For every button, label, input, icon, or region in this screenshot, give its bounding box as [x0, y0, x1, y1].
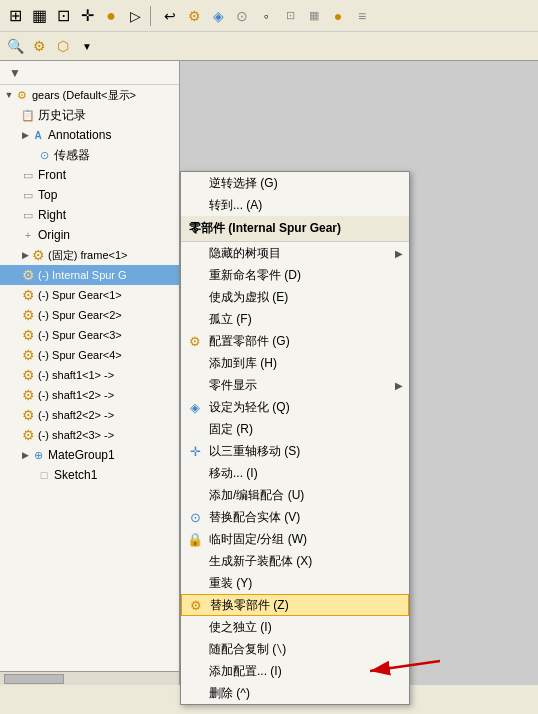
- menu-item-temp-fix[interactable]: 🔒 临时固定/分组 (W): [181, 528, 409, 550]
- copy-mate-label: 随配合复制 (∖): [209, 641, 286, 658]
- toolbar-icon-r1[interactable]: ↩: [159, 5, 181, 27]
- tree-item-mategroup[interactable]: ▶ ⊕ MateGroup1: [0, 445, 179, 465]
- spur4-label: (-) Spur Gear<4>: [38, 349, 122, 361]
- toolbar-icon-s4[interactable]: ▼: [76, 35, 98, 57]
- root-icon: ⚙: [14, 87, 30, 103]
- menu-item-replace-part[interactable]: ⚙ 替换零部件 (Z): [181, 594, 409, 616]
- tree-item-spur2[interactable]: ⚙ (-) Spur Gear<2>: [0, 305, 179, 325]
- toolbar-area: ⊞ ▦ ⊡ ✛ ● ▷ ↩ ⚙ ◈ ⊙ ◦ ⊡ ▦ ● ≡ 🔍 ⚙ ⬡: [0, 0, 538, 61]
- tree-item-shaft1a[interactable]: ⚙ (-) shaft1<1> ->: [0, 365, 179, 385]
- toolbar-icon-r6[interactable]: ⊡: [279, 5, 301, 27]
- context-menu: 逆转选择 (G) 转到... (A) 零部件 (Internal Spur Ge…: [180, 171, 410, 705]
- shaft1b-label: (-) shaft1<2> ->: [38, 389, 114, 401]
- toolbar-icon-s3[interactable]: ⬡: [52, 35, 74, 57]
- front-icon: ▭: [20, 167, 36, 183]
- annotations-label: Annotations: [48, 128, 111, 142]
- history-label: 历史记录: [38, 107, 86, 124]
- tree-item-origin[interactable]: + Origin: [0, 225, 179, 245]
- toolbar-icon-r2[interactable]: ⚙: [183, 5, 205, 27]
- tree-area: ▼ ⚙ gears (Default<显示> 📋 历史记录 ▶ A Annota…: [0, 85, 179, 685]
- menu-item-reload[interactable]: 重装 (Y): [181, 572, 409, 594]
- menu-item-replace-mate[interactable]: ⊙ 替换配合实体 (V): [181, 506, 409, 528]
- sketch1-label: Sketch1: [54, 468, 97, 482]
- toolbar-icon-r7[interactable]: ▦: [303, 5, 325, 27]
- history-icon: 📋: [20, 107, 36, 123]
- tree-item-sensor[interactable]: ⊙ 传感器: [0, 145, 179, 165]
- menu-item-add-config[interactable]: 添加配置... (I): [181, 660, 409, 682]
- toolbar-icon-r4[interactable]: ⊙: [231, 5, 253, 27]
- menu-item-move[interactable]: 移动... (I): [181, 462, 409, 484]
- menu-item-fix[interactable]: 固定 (R): [181, 418, 409, 440]
- tree-item-spur3[interactable]: ⚙ (-) Spur Gear<3>: [0, 325, 179, 345]
- toolbar-icon-tree[interactable]: ⊞: [4, 5, 26, 27]
- menu-item-goto[interactable]: 转到... (A): [181, 194, 409, 216]
- tree-root[interactable]: ▼ ⚙ gears (Default<显示>: [0, 85, 179, 105]
- bottom-scrollbar[interactable]: [0, 671, 179, 685]
- menu-item-delete[interactable]: 删除 (^): [181, 682, 409, 704]
- shaft2a-icon: ⚙: [20, 407, 36, 423]
- toolbar-icon-circle[interactable]: ●: [100, 5, 122, 27]
- right-plane-icon: ▭: [20, 207, 36, 223]
- shaft2b-label: (-) shaft2<3> ->: [38, 429, 114, 441]
- menu-item-rename[interactable]: 重新命名零件 (D): [181, 264, 409, 286]
- shaft2b-icon: ⚙: [20, 427, 36, 443]
- sensor-label: 传感器: [54, 147, 90, 164]
- toolbar-icon-config[interactable]: ⊡: [52, 5, 74, 27]
- menu-item-isolate[interactable]: 孤立 (F): [181, 308, 409, 330]
- temp-fix-label: 临时固定/分组 (W): [209, 531, 307, 548]
- replace-mate-label: 替换配合实体 (V): [209, 509, 300, 526]
- tree-item-spur1[interactable]: ⚙ (-) Spur Gear<1>: [0, 285, 179, 305]
- menu-item-hidden-tree[interactable]: 隐藏的树项目 ▶: [181, 242, 409, 264]
- replace-part-icon: ⚙: [186, 595, 206, 615]
- triad-icon: ✛: [185, 441, 205, 461]
- tree-item-top[interactable]: ▭ Top: [0, 185, 179, 205]
- fix-label: 固定 (R): [209, 421, 253, 438]
- menu-item-new-subassembly[interactable]: 生成新子装配体 (X): [181, 550, 409, 572]
- toolbar-icon-s1[interactable]: 🔍: [4, 35, 26, 57]
- menu-item-add-mate[interactable]: 添加/编辑配合 (U): [181, 484, 409, 506]
- toolbar-sep1: [150, 6, 151, 26]
- filter-icon[interactable]: ▼: [4, 62, 26, 84]
- menu-item-configure[interactable]: ⚙ 配置零部件 (G): [181, 330, 409, 352]
- tree-item-shaft1b[interactable]: ⚙ (-) shaft1<2> ->: [0, 385, 179, 405]
- tree-item-annotations[interactable]: ▶ A Annotations: [0, 125, 179, 145]
- toolbar-icon-plus[interactable]: ✛: [76, 5, 98, 27]
- spur1-icon: ⚙: [20, 287, 36, 303]
- top-icon: ▭: [20, 187, 36, 203]
- menu-item-lighten[interactable]: ◈ 设定为轻化 (Q): [181, 396, 409, 418]
- tree-item-spur4[interactable]: ⚙ (-) Spur Gear<4>: [0, 345, 179, 365]
- internal-spur-label: (-) Internal Spur G: [38, 269, 127, 281]
- tree-item-sketch1[interactable]: □ Sketch1: [0, 465, 179, 485]
- toolbar-icon-r3[interactable]: ◈: [207, 5, 229, 27]
- tree-item-front[interactable]: ▭ Front: [0, 165, 179, 185]
- shaft1a-icon: ⚙: [20, 367, 36, 383]
- menu-item-part-display[interactable]: 零件显示 ▶: [181, 374, 409, 396]
- menu-item-reverse-select[interactable]: 逆转选择 (G): [181, 172, 409, 194]
- frame-label: (固定) frame<1>: [48, 248, 127, 263]
- toolbar-icon-props[interactable]: ▦: [28, 5, 50, 27]
- toolbar-icon-more[interactable]: ▷: [124, 5, 146, 27]
- frame-arrow: ▶: [20, 250, 30, 260]
- tree-item-internal-spur[interactable]: ⚙ (-) Internal Spur G: [0, 265, 179, 285]
- rename-label: 重新命名零件 (D): [209, 267, 301, 284]
- menu-item-virtual[interactable]: 使成为虚拟 (E): [181, 286, 409, 308]
- toolbar-icon-s2[interactable]: ⚙: [28, 35, 50, 57]
- menu-item-move-triad[interactable]: ✛ 以三重轴移动 (S): [181, 440, 409, 462]
- hidden-tree-arrow: ▶: [395, 248, 403, 259]
- tree-item-shaft2a[interactable]: ⚙ (-) shaft2<2> ->: [0, 405, 179, 425]
- lighten-icon: ◈: [185, 397, 205, 417]
- menu-item-copy-mate[interactable]: 随配合复制 (∖): [181, 638, 409, 660]
- tree-item-frame[interactable]: ▶ ⚙ (固定) frame<1>: [0, 245, 179, 265]
- replace-part-label: 替换零部件 (Z): [210, 597, 289, 614]
- spur4-icon: ⚙: [20, 347, 36, 363]
- toolbar-icon-r8[interactable]: ●: [327, 5, 349, 27]
- tree-item-right[interactable]: ▭ Right: [0, 205, 179, 225]
- toolbar-icon-r5[interactable]: ◦: [255, 5, 277, 27]
- tree-item-history[interactable]: 📋 历史记录: [0, 105, 179, 125]
- configure-icon: ⚙: [185, 331, 205, 351]
- toolbar-icon-r9[interactable]: ≡: [351, 5, 373, 27]
- spur3-label: (-) Spur Gear<3>: [38, 329, 122, 341]
- menu-item-independent[interactable]: 使之独立 (I): [181, 616, 409, 638]
- tree-item-shaft2b[interactable]: ⚙ (-) shaft2<3> ->: [0, 425, 179, 445]
- menu-item-add-library[interactable]: 添加到库 (H): [181, 352, 409, 374]
